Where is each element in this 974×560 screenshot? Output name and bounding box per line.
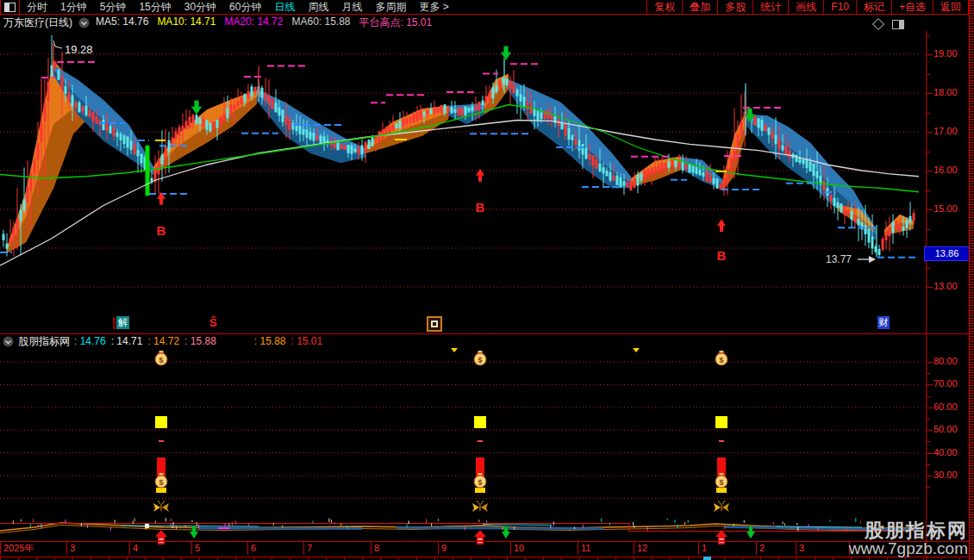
- x-axis-month: 3: [66, 542, 129, 555]
- x-axis-month: 2: [756, 542, 796, 555]
- buy-sell-markers: BBB: [157, 47, 755, 263]
- yellow-triangle-marker: [451, 348, 458, 352]
- x-axis-month: 9: [438, 542, 510, 555]
- y-axis-label: 15.00: [933, 203, 968, 214]
- signal-badge-jie: 解: [113, 316, 129, 329]
- svg-text:13.77: 13.77: [826, 253, 852, 265]
- svg-text:B: B: [476, 200, 485, 215]
- x-axis-month: 3: [796, 542, 849, 555]
- indicator-MA20: MA20: 14.72: [224, 16, 283, 30]
- trend-ribbons: [7, 60, 914, 253]
- signal-badge-hui: [427, 316, 442, 332]
- stock-title: 万东医疗(日线): [3, 16, 72, 30]
- x-axis-month: 7: [303, 542, 371, 555]
- window-toggle-icon[interactable]: [892, 20, 904, 29]
- time-axis-marker: [703, 557, 711, 560]
- watermark-site-name: 股朋指标网: [849, 520, 968, 540]
- sub-value-3: : 15.88: [184, 335, 216, 347]
- panel-separator[interactable]: [0, 333, 969, 334]
- y-axis-label: 50.00: [933, 424, 968, 434]
- y-axis-label: 16.00: [933, 165, 968, 175]
- signal-badge-cai: 财: [877, 316, 890, 329]
- x-axis-month: 11: [578, 542, 634, 555]
- indicator-MA10: MA10: 14.71: [157, 16, 215, 30]
- chart-header: 万东医疗(日线) MA5: 14.76MA10: 14.71MA20: 14.7…: [3, 16, 432, 29]
- y-axis-label: 17.00: [933, 126, 968, 136]
- sub-value-2: : 14.72: [147, 335, 179, 347]
- time-axis: 2025年3456789101112123: [0, 541, 969, 557]
- sub-value-5: : 15.01: [291, 335, 323, 347]
- x-axis-month: 10: [510, 542, 578, 555]
- svg-text:$: $: [478, 356, 482, 364]
- y-axis-label: 19.00: [933, 48, 968, 59]
- watermark-url: www.7gpzb.com: [849, 540, 968, 557]
- sub-value-1: : 14.71: [111, 335, 143, 347]
- sub-gridlines: [0, 362, 919, 498]
- y-axis-label: 80.00: [933, 356, 968, 366]
- time-axis-minor-strip: [0, 557, 969, 560]
- yellow-triangle-marker: [633, 348, 640, 352]
- sub-value-4: : 15.88: [254, 335, 286, 347]
- sub-band-lines: [0, 518, 919, 532]
- x-axis-month: 4: [129, 542, 191, 555]
- indicator-MA5: MA5: 14.76: [96, 16, 148, 30]
- ma-indicator-values: MA5: 14.76MA10: 14.71MA20: 14.72MA60: 15…: [96, 16, 432, 30]
- price-tag: 13.86: [924, 246, 970, 261]
- svg-text:$: $: [719, 356, 723, 364]
- svg-text:$: $: [159, 478, 163, 487]
- y-axis-label: 13.00: [933, 281, 968, 291]
- right-edge-panel[interactable]: [969, 0, 974, 560]
- signal-column: $$: [153, 351, 169, 544]
- sub-value-0: : 14.76: [74, 335, 106, 347]
- svg-text:$: $: [478, 478, 482, 487]
- chevron-down-icon[interactable]: [3, 336, 14, 347]
- svg-text:B: B: [157, 223, 166, 238]
- chevron-down-icon[interactable]: [78, 17, 90, 28]
- chart-canvas[interactable]: BBB19.2813.77$$$$$$: [0, 0, 974, 560]
- indicator-header: 股朋指标网 : 14.76: 14.71: 14.72: 15.88: 15.8…: [3, 335, 322, 347]
- y-axis-label: 70.00: [933, 378, 968, 389]
- indicator-平台高点: 平台高点: 15.01: [359, 16, 433, 30]
- svg-text:$: $: [719, 478, 723, 487]
- x-axis-month: 6: [247, 542, 303, 555]
- signal-column: $$: [472, 351, 488, 544]
- axis-line: [926, 31, 927, 560]
- svg-text:B: B: [717, 248, 727, 263]
- watermark: 股朋指标网 www.7gpzb.com: [849, 520, 968, 557]
- x-axis-month: 2025年: [0, 542, 66, 555]
- indicator-values: : 14.76: 14.71: 14.72: 15.88: 15.88: 15.…: [74, 335, 322, 347]
- y-axis-label: 40.00: [933, 447, 968, 457]
- indicator-name: 股朋指标网: [18, 334, 70, 349]
- svg-text:19.28: 19.28: [65, 43, 93, 56]
- x-axis-month: 8: [371, 542, 438, 555]
- trading-app-window: BBB19.2813.77$$$$$$ 分时1分钟5分钟15分钟30分钟60分钟…: [0, 0, 974, 560]
- y-axis-label: 30.00: [933, 470, 968, 480]
- x-axis-month: 1: [698, 542, 756, 555]
- svg-text:$: $: [159, 356, 163, 364]
- x-axis-month: 5: [191, 542, 247, 555]
- indicator-MA60: MA60: 15.88: [291, 16, 350, 30]
- signal-column: $$: [714, 351, 729, 544]
- y-axis-label: 60.00: [933, 401, 968, 412]
- y-axis-label: 18.00: [933, 87, 968, 97]
- signal-badge-s: Ŝ: [209, 316, 217, 329]
- x-axis-month: 12: [634, 542, 698, 555]
